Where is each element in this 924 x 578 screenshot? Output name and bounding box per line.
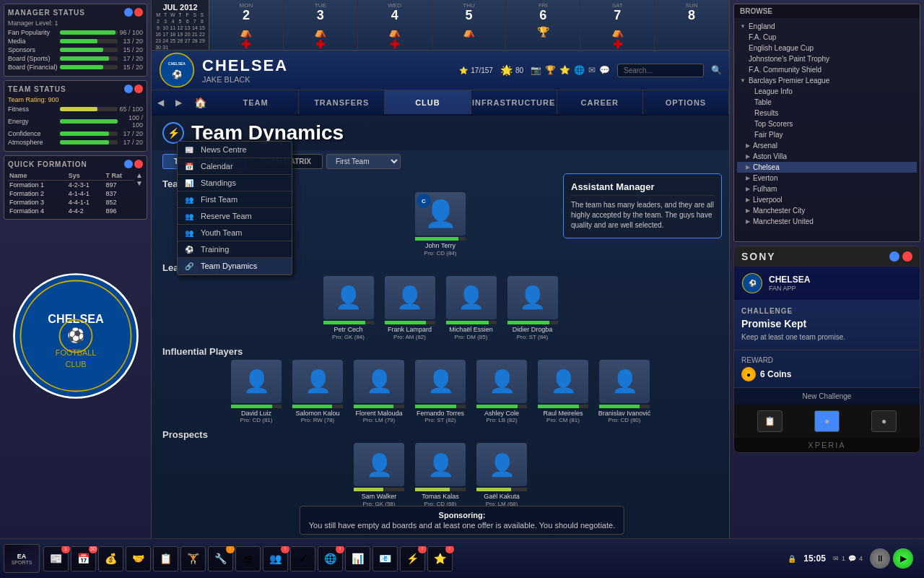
browse-tree-item[interactable]: ▶Aston Villa: [737, 151, 917, 162]
search-input[interactable]: [617, 64, 704, 77]
star-icon[interactable]: ⭐: [559, 65, 570, 75]
scroll-down-icon[interactable]: ▼: [136, 179, 143, 187]
menu-item-standings[interactable]: 📊Standings: [178, 175, 292, 191]
camera-icon[interactable]: 📷: [531, 65, 541, 75]
tab-team[interactable]: TEAM: [213, 90, 299, 114]
team-close-icon[interactable]: [134, 85, 143, 93]
manager-close-icon[interactable]: [134, 8, 143, 17]
browse-tree-item[interactable]: Table: [737, 97, 917, 108]
menu-item-news-centre[interactable]: 📰News Centre: [178, 142, 292, 158]
sony-info-icon[interactable]: [889, 251, 899, 262]
taskbar-icon-11[interactable]: 🌐 !: [318, 546, 343, 571]
sony-btn-2[interactable]: ●: [814, 410, 840, 432]
trophy-icon[interactable]: 🏆: [545, 65, 556, 75]
browse-tree-item[interactable]: ▶Liverpool: [737, 194, 917, 205]
nav-home[interactable]: 🏠: [188, 90, 213, 114]
browse-tree-item[interactable]: League Info: [737, 86, 917, 97]
browse-tree-item[interactable]: ▶Arsenal: [737, 140, 917, 151]
manager-info-icon[interactable]: [124, 8, 133, 17]
cal-day[interactable]: FRI 6 🏆: [506, 0, 580, 50]
menu-item-team-dynamics[interactable]: 🔗Team Dynamics: [178, 258, 292, 275]
taskbar-icon-5[interactable]: 📋: [153, 546, 178, 571]
cal-day[interactable]: WED 4 ⛺ ✚: [358, 0, 432, 50]
taskbar-icon-15[interactable]: ⭐ !: [427, 546, 453, 571]
taskbar-icon-13[interactable]: 📧: [372, 546, 398, 571]
browse-tree-item[interactable]: ▶Fulham: [737, 184, 917, 194]
taskbar-icon-7[interactable]: 🔧 !: [208, 546, 233, 571]
team-info-icon[interactable]: [124, 85, 133, 93]
cal-day[interactable]: MON 2 ⛺ ✚: [209, 0, 284, 50]
browse-tree-item[interactable]: ▼Barclays Premier League: [737, 75, 917, 86]
cal-day[interactable]: TUE 3 ⛺ ✚: [284, 0, 358, 50]
menu-icon: 👥: [185, 229, 195, 237]
taskbar-icon-8[interactable]: 🏟: [235, 546, 261, 571]
browse-tree-item[interactable]: ▶Manchester City: [737, 205, 917, 216]
team-stat-row: Atmosphere 17 / 20: [8, 139, 143, 146]
taskbar-icon-3[interactable]: 💰: [98, 546, 123, 571]
browse-tree-item[interactable]: ▶Manchester United: [737, 216, 917, 227]
formation-row[interactable]: Formation 24-1-4-1837: [8, 189, 134, 198]
menu-item-youth-team[interactable]: 👥Youth Team: [178, 225, 292, 241]
taskbar-icon-6[interactable]: 🏋: [180, 546, 206, 571]
taskbar-icon-4[interactable]: 🤝: [126, 546, 151, 571]
nav-back[interactable]: ◀: [152, 90, 170, 114]
formation-row[interactable]: Formation 44-4-2896: [8, 207, 134, 215]
taskbar-icon-2[interactable]: 📅 30: [71, 546, 96, 571]
sony-close-icon[interactable]: [902, 251, 912, 262]
scroll-up-icon[interactable]: ▲: [136, 171, 143, 179]
sony-icons: [889, 251, 912, 262]
search-icon[interactable]: 🔍: [711, 65, 722, 75]
browse-tree-item[interactable]: ▼England: [737, 21, 917, 32]
browse-tree-item[interactable]: Johnstone's Paint Trophy: [737, 53, 917, 64]
browse-tree-item[interactable]: Top Scorers: [737, 118, 917, 129]
cal-day[interactable]: SAT 7 ⛺ ✚: [580, 0, 655, 50]
browse-tree-item[interactable]: English League Cup: [737, 43, 917, 53]
nav-forward[interactable]: ▶: [170, 90, 188, 114]
cal-day[interactable]: THU 5 ⛺: [432, 0, 507, 50]
challenge-title: Promise Kept: [741, 318, 912, 329]
formation-close-icon[interactable]: [134, 160, 143, 168]
browse-tree-item[interactable]: Fair Play: [737, 129, 917, 140]
menu-item-reserve-team[interactable]: 👥Reserve Team: [178, 208, 292, 225]
pause-button[interactable]: ⏸: [870, 548, 890, 569]
chat-icon[interactable]: 💬: [599, 65, 610, 75]
taskbar-icon-12[interactable]: 📊: [345, 546, 370, 571]
influential-player-card: 👤 Ashley Cole Pro: LB (82): [473, 360, 531, 424]
browse-tree-item[interactable]: F.A. Cup: [737, 32, 917, 43]
earth-icon[interactable]: 🌐: [574, 65, 585, 75]
tab-club[interactable]: CLUB: [385, 90, 471, 114]
browse-tree-item[interactable]: F.A. Community Shield: [737, 64, 917, 75]
sony-btn-1[interactable]: 📋: [757, 410, 783, 432]
formation-row[interactable]: Formation 34-4-1-1852: [8, 198, 134, 207]
sony-content: ⚽ CHELSEA FAN APP CHALLENGE Promise Kept…: [734, 267, 920, 438]
menu-item-training[interactable]: ⚽Training: [178, 241, 292, 258]
taskbar-icon-14[interactable]: ⚡ !: [400, 546, 425, 571]
sony-btn-3[interactable]: ●: [871, 410, 897, 432]
browse-tree-item[interactable]: ▶Chelsea: [737, 162, 917, 173]
formation-row[interactable]: Formation 14-2-3-1897: [8, 181, 134, 190]
taskbar-icon-10[interactable]: ✔: [290, 546, 315, 571]
team-dropdown[interactable]: First Team Reserve Team Youth Team: [326, 154, 401, 169]
mail-icon[interactable]: ✉: [588, 65, 596, 75]
formation-scroll[interactable]: ▲ ▼: [136, 171, 143, 187]
taskbar-icon-1[interactable]: 📰 1: [43, 546, 69, 571]
browse-title: BROWSE: [734, 4, 920, 18]
svg-text:⚽: ⚽: [172, 69, 183, 79]
formation-info-icon[interactable]: [124, 160, 133, 168]
influential-players-row: 👤 David Luiz Pro: CD (81) 👤 Salomon Kalo…: [162, 360, 718, 424]
browse-tree-item[interactable]: ▶Everton: [737, 173, 917, 184]
taskbar-icon-9[interactable]: 👥 !: [263, 546, 288, 571]
new-challenge-button[interactable]: New Challenge: [734, 387, 920, 405]
coin-label: 6 Coins: [760, 369, 791, 379]
tab-transfers[interactable]: TRANSFERS: [299, 90, 385, 114]
tab-infrastructure[interactable]: INFRASTRUCTURE: [471, 90, 557, 114]
tab-career[interactable]: CAREER: [557, 90, 643, 114]
team-stat-row: Confidence 17 / 20: [8, 130, 143, 137]
tab-options[interactable]: OPTIONS: [643, 90, 729, 114]
menu-item-first-team[interactable]: 👥First Team: [178, 191, 292, 208]
menu-item-calendar[interactable]: 📅Calendar: [178, 158, 292, 175]
play-button[interactable]: ▶: [893, 548, 913, 569]
prospects-title: Prospects: [162, 429, 718, 440]
browse-tree-item[interactable]: Results: [737, 108, 917, 118]
cal-day[interactable]: SUN 8: [655, 0, 729, 50]
